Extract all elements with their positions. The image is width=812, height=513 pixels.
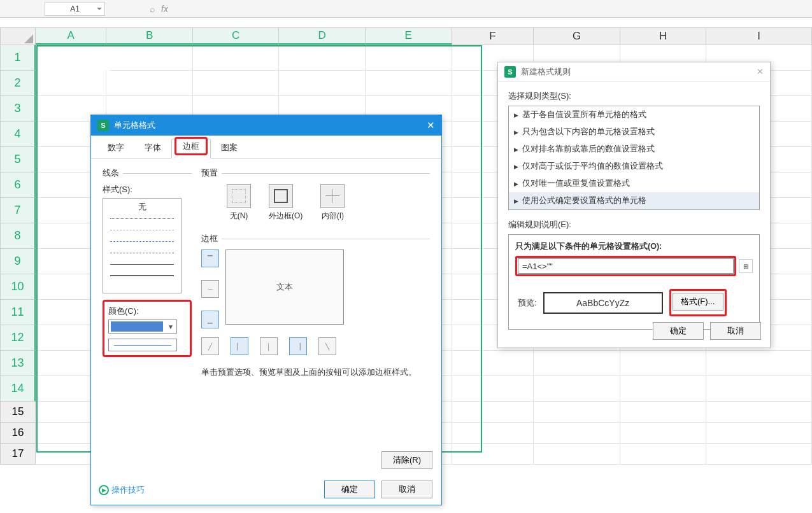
border-left-toggle[interactable]: ▏	[231, 337, 248, 355]
col-header-F[interactable]: F	[452, 28, 534, 45]
row-header-12[interactable]: 12	[0, 325, 36, 351]
help-link[interactable]: ▶ 操作技巧	[99, 484, 145, 496]
style-dashed-fine[interactable]	[106, 224, 178, 235]
rule-item-4[interactable]: ▶仅对唯一值或重复值设置格式	[509, 175, 759, 192]
name-box[interactable]: A1	[45, 2, 105, 16]
row-header-14[interactable]: 14	[0, 376, 36, 402]
cell[interactable]	[452, 402, 534, 423]
cell[interactable]	[452, 444, 534, 465]
cell[interactable]	[366, 71, 452, 96]
cell[interactable]	[706, 423, 812, 444]
border-bottom-toggle[interactable]: ▁	[201, 311, 219, 328]
cell[interactable]	[193, 71, 280, 96]
col-header-A[interactable]: A	[36, 28, 106, 45]
border-vmid-toggle[interactable]: │	[260, 337, 278, 355]
tab-1[interactable]: 字体	[134, 138, 171, 158]
col-header-H[interactable]: H	[620, 28, 707, 45]
dialog-titlebar[interactable]: S 单元格格式 ✕	[91, 115, 441, 136]
range-picker-button[interactable]: ⊞	[739, 259, 753, 273]
cell[interactable]	[706, 351, 812, 376]
select-all-corner[interactable]	[0, 27, 36, 45]
row-header-10[interactable]: 10	[0, 274, 36, 300]
row-header-6[interactable]: 6	[0, 172, 36, 198]
cell[interactable]	[534, 351, 620, 376]
style-dashed[interactable]	[106, 247, 178, 258]
style-none[interactable]: 无	[106, 201, 178, 213]
tab-2[interactable]: 边框	[171, 139, 211, 158]
cell[interactable]	[452, 351, 534, 376]
cell[interactable]	[706, 444, 812, 465]
formula-input[interactable]: =A1<>""	[518, 258, 734, 274]
border-top-toggle[interactable]: ▔	[201, 249, 219, 267]
style-dotted[interactable]	[106, 213, 178, 224]
row-header-4[interactable]: 4	[0, 122, 36, 147]
cell[interactable]	[106, 71, 193, 96]
cell[interactable]	[366, 45, 452, 71]
row-header-13[interactable]: 13	[0, 351, 36, 376]
tab-3[interactable]: 图案	[211, 138, 248, 158]
cell[interactable]	[706, 376, 812, 402]
row-header-16[interactable]: 16	[0, 423, 36, 444]
line-style-list[interactable]: 无	[103, 198, 182, 293]
style-dashdot[interactable]	[106, 235, 178, 247]
col-header-I[interactable]: I	[706, 28, 812, 45]
row-header-8[interactable]: 8	[0, 223, 36, 249]
format-button[interactable]: 格式(F)...	[673, 293, 723, 311]
cell[interactable]	[534, 402, 620, 423]
cancel-button[interactable]: 取消	[381, 481, 432, 498]
row-header-11[interactable]: 11	[0, 300, 36, 325]
clear-button[interactable]: 清除(R)	[381, 451, 432, 469]
cell[interactable]	[106, 45, 193, 71]
cell[interactable]	[534, 376, 620, 402]
rule-item-2[interactable]: ▶仅对排名靠前或靠后的数值设置格式	[509, 141, 759, 158]
rule-item-3[interactable]: ▶仅对高于或低于平均值的数值设置格式	[509, 158, 759, 175]
cell[interactable]	[620, 351, 707, 376]
border-diag1-toggle[interactable]: ╱	[201, 337, 219, 355]
cell[interactable]	[452, 423, 534, 444]
col-header-E[interactable]: E	[366, 28, 452, 45]
close-icon[interactable]: ✕	[757, 67, 764, 76]
dialog-titlebar[interactable]: S 新建格式规则 ✕	[498, 62, 770, 81]
cell[interactable]	[193, 45, 280, 71]
row-header-2[interactable]: 2	[0, 71, 36, 96]
row-header-7[interactable]: 7	[0, 198, 36, 223]
cell[interactable]	[534, 423, 620, 444]
preset-inner[interactable]: 内部(I)	[320, 184, 345, 221]
style-medium[interactable]	[106, 270, 178, 281]
col-header-D[interactable]: D	[279, 28, 366, 45]
rule-item-5[interactable]: ▶使用公式确定要设置格式的单元格	[509, 192, 759, 209]
cell[interactable]	[620, 402, 707, 423]
color-dropdown[interactable]: ▼	[108, 320, 177, 334]
col-header-C[interactable]: C	[193, 28, 280, 45]
cancel-button[interactable]: 取消	[710, 322, 761, 340]
cell[interactable]	[279, 71, 366, 96]
cell[interactable]	[452, 376, 534, 402]
border-hmid-toggle[interactable]: ─	[201, 280, 219, 298]
ok-button[interactable]: 确定	[324, 481, 375, 498]
preset-outer[interactable]: 外边框(O)	[269, 184, 303, 221]
cell[interactable]	[620, 444, 707, 465]
row-header-15[interactable]: 15	[0, 402, 36, 423]
cell[interactable]	[279, 45, 366, 71]
cell[interactable]	[620, 423, 707, 444]
rule-item-0[interactable]: ▶基于各自值设置所有单元格的格式	[509, 106, 759, 123]
cell[interactable]	[36, 71, 106, 96]
tab-0[interactable]: 数字	[97, 138, 134, 158]
border-diag2-toggle[interactable]: ╲	[318, 337, 336, 355]
close-icon[interactable]: ✕	[427, 120, 435, 131]
rule-item-1[interactable]: ▶只为包含以下内容的单元格设置格式	[509, 123, 759, 141]
ok-button[interactable]: 确定	[653, 322, 704, 340]
border-right-toggle[interactable]: ▕	[289, 337, 307, 355]
row-header-3[interactable]: 3	[0, 96, 36, 122]
rule-type-list[interactable]: ▶基于各自值设置所有单元格的格式▶只为包含以下内容的单元格设置格式▶仅对排名靠前…	[508, 106, 760, 210]
row-header-1[interactable]: 1	[0, 45, 36, 71]
row-header-5[interactable]: 5	[0, 147, 36, 172]
col-header-B[interactable]: B	[106, 28, 193, 45]
col-header-G[interactable]: G	[534, 28, 620, 45]
fx-label[interactable]: fx	[161, 4, 168, 14]
style-thin[interactable]	[106, 258, 178, 270]
cell[interactable]	[620, 376, 707, 402]
cell[interactable]	[534, 444, 620, 465]
search-icon[interactable]: ⌕	[150, 4, 155, 14]
row-header-17[interactable]: 17	[0, 444, 36, 465]
